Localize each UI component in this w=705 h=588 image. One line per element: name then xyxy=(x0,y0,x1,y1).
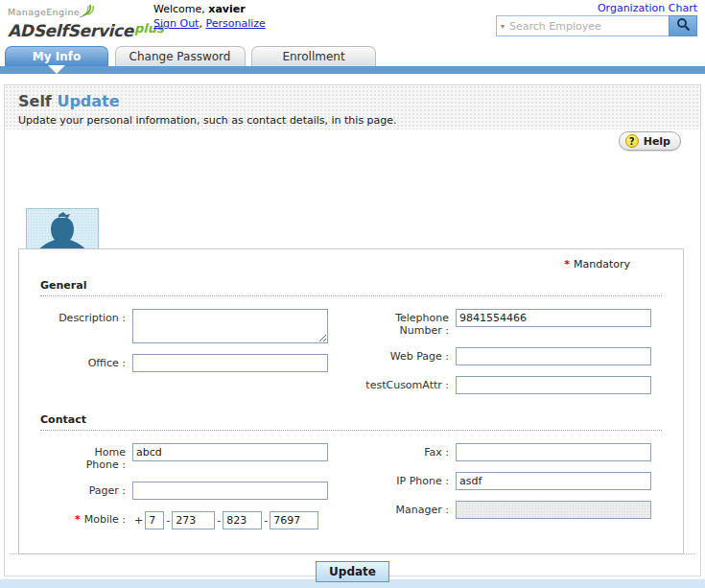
tab-change-password[interactable]: Change Password xyxy=(115,46,246,66)
mobile-exchange-input[interactable] xyxy=(223,511,262,529)
section-heading-contact: Contact xyxy=(40,413,662,431)
logo-swoosh-icon xyxy=(78,3,95,21)
tab-my-info[interactable]: My Info xyxy=(5,46,108,66)
search-button[interactable] xyxy=(669,15,697,36)
username: xavier xyxy=(208,3,245,15)
ip-phone-input[interactable] xyxy=(456,472,651,490)
mobile-dash: - xyxy=(264,514,268,527)
mobile-label: *Mobile : xyxy=(29,510,132,526)
webpage-input[interactable] xyxy=(456,347,651,365)
self-update-form: *Mandatory General Description : Office … xyxy=(18,248,684,554)
help-icon: ? xyxy=(625,134,639,148)
tab-enrollment-label: Enrollment xyxy=(282,50,344,63)
welcome-block: Welcome, xavier Sign Out, Personalize xyxy=(153,2,266,31)
pager-label: Pager : xyxy=(29,482,132,497)
field-row-home-phone: Home Phone : xyxy=(29,443,360,471)
field-row-webpage: Web Page : xyxy=(360,347,670,365)
page-title-accent: Update xyxy=(57,92,119,110)
organization-chart-link[interactable]: Organization Chart xyxy=(598,2,697,14)
mobile-number-input[interactable] xyxy=(270,511,318,529)
mobile-label-text: Mobile : xyxy=(84,513,126,526)
office-input[interactable] xyxy=(132,354,328,372)
mobile-area-input[interactable] xyxy=(172,511,215,529)
welcome-text: Welcome, xyxy=(153,3,208,15)
pager-input[interactable] xyxy=(132,482,328,500)
webpage-label: Web Page : xyxy=(360,347,456,363)
field-row-pager: Pager : xyxy=(29,482,360,500)
mobile-segmented-input: + - - - xyxy=(132,510,318,529)
office-label: Office : xyxy=(29,354,132,369)
logo-product-text: ADSelfService xyxy=(8,21,133,40)
help-button-label: Help xyxy=(644,135,670,148)
mobile-required-asterisk: * xyxy=(75,513,81,526)
section-heading-general: General xyxy=(40,279,662,296)
tab-enrollment[interactable]: Enrollment xyxy=(251,46,376,66)
field-row-ip-phone: IP Phone : xyxy=(360,472,670,490)
page-subtitle: Update your personal information, such a… xyxy=(18,114,700,127)
field-row-manager: Manager : xyxy=(360,501,670,519)
page-title: Self Update xyxy=(18,92,700,110)
app-header: ManageEngine ADSelfServiceplus Welcome, … xyxy=(0,0,705,46)
field-row-office: Office : xyxy=(29,354,360,372)
contact-fields: Home Phone : Pager : *Mobile : + - - xyxy=(19,431,683,540)
fax-label: Fax : xyxy=(360,443,456,459)
description-label: Description : xyxy=(29,309,132,324)
search-scope-dropdown-icon[interactable]: ▾ xyxy=(501,22,505,31)
search-input-wrap: ▾ xyxy=(496,15,669,36)
logo-brand-text: ManageEngine xyxy=(8,7,80,17)
mandatory-label: Mandatory xyxy=(574,258,630,270)
field-row-description: Description : xyxy=(29,309,360,343)
manager-label: Manager : xyxy=(360,501,456,516)
app-logo: ManageEngine ADSelfServiceplus xyxy=(8,3,164,40)
title-band: Self Update Update your personal informa… xyxy=(5,85,700,129)
field-row-mobile: *Mobile : + - - - xyxy=(29,510,360,529)
page-title-primary: Self xyxy=(18,92,57,110)
manager-input xyxy=(456,501,651,519)
magnifier-icon xyxy=(676,17,691,35)
description-input[interactable] xyxy=(132,309,328,343)
custom-attr-input[interactable] xyxy=(456,376,651,394)
mobile-prefix: + xyxy=(134,514,143,527)
content-panel: Self Update Update your personal informa… xyxy=(4,84,701,576)
tab-change-password-label: Change Password xyxy=(129,50,231,63)
field-row-telephone: Telephone Number : xyxy=(360,309,670,337)
home-phone-label: Home Phone : xyxy=(29,443,132,471)
mobile-dash: - xyxy=(217,514,221,527)
active-tab-notch xyxy=(48,65,65,74)
main-tabs: My Info Change Password Enrollment xyxy=(0,46,705,74)
general-fields: Description : Office : Telephone Number … xyxy=(19,296,683,405)
button-separator xyxy=(11,553,694,554)
mobile-country-input[interactable] xyxy=(145,511,164,529)
ip-phone-label: IP Phone : xyxy=(360,472,456,487)
search-employee-input[interactable] xyxy=(509,20,665,33)
update-button[interactable]: Update xyxy=(316,561,389,582)
telephone-input[interactable] xyxy=(456,309,651,327)
help-button[interactable]: ? Help xyxy=(619,131,681,151)
field-row-fax: Fax : xyxy=(360,443,670,461)
tab-my-info-label: My Info xyxy=(33,50,81,63)
sign-out-link[interactable]: Sign Out xyxy=(153,17,199,30)
custom-attr-label: testCusomAttr : xyxy=(360,376,456,391)
employee-search: ▾ xyxy=(496,15,697,36)
home-phone-input[interactable] xyxy=(132,443,328,461)
field-row-custom-attr: testCusomAttr : xyxy=(360,376,670,394)
telephone-label: Telephone Number : xyxy=(360,309,456,337)
personalize-link[interactable]: Personalize xyxy=(205,17,265,30)
mandatory-asterisk: * xyxy=(564,258,570,270)
mobile-dash: - xyxy=(166,514,170,527)
fax-input[interactable] xyxy=(456,443,651,461)
mandatory-note: *Mandatory xyxy=(19,249,683,270)
tab-accent-band xyxy=(0,66,705,74)
